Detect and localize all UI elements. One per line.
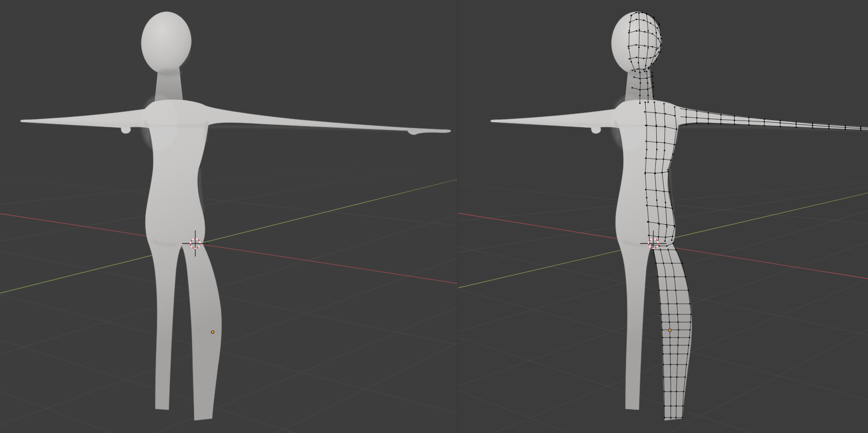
viewport-divider [458,0,458,433]
object-origin-dot [668,329,671,332]
viewport-left-background [0,0,458,433]
blender-3d-viewport[interactable] [0,0,868,433]
viewport-canvas[interactable] [0,0,868,433]
object-origin-dot [211,331,214,334]
